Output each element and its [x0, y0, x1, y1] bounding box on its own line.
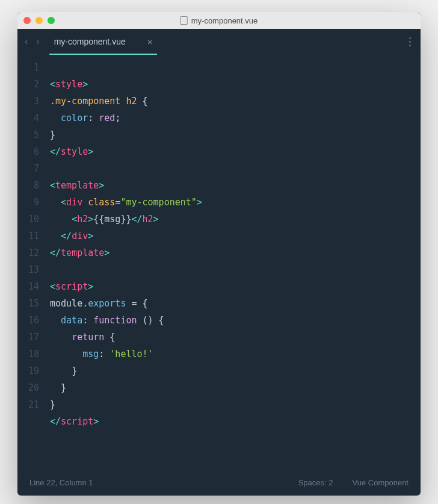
line-number: 9: [17, 194, 39, 211]
line-number: 21: [17, 396, 39, 413]
code-line: <style>: [50, 76, 421, 93]
line-number: 11: [17, 228, 39, 244]
code-line: }: [50, 126, 421, 143]
line-number: 12: [17, 244, 39, 261]
code-line: }: [50, 379, 421, 396]
code-content[interactable]: <style>.my-component h2 { color: red;}</…: [50, 59, 421, 464]
nav-arrows: ‹ ›: [25, 36, 49, 47]
line-number: 2: [17, 76, 39, 93]
line-number: 17: [17, 329, 39, 346]
code-line: [50, 160, 421, 177]
status-bar: Line 22, Column 1 Spaces: 2 Vue Componen…: [17, 473, 421, 496]
code-line: </template>: [50, 244, 421, 261]
editor-window: my-component.vue ‹ › my-component.vue × …: [17, 12, 421, 496]
code-line: }: [50, 362, 421, 379]
window-filename: my-component.vue: [191, 16, 258, 25]
line-number: 4: [17, 110, 39, 126]
code-line: data: function () {: [50, 312, 421, 329]
tab-name: my-component.vue: [54, 37, 126, 46]
tab-close-button[interactable]: ×: [147, 37, 153, 47]
line-number: 6: [17, 143, 39, 160]
code-line: module.exports = {: [50, 295, 421, 312]
line-number: 18: [17, 346, 39, 362]
minimize-window-button[interactable]: [35, 17, 43, 24]
file-icon: [180, 16, 188, 25]
more-menu-button[interactable]: [409, 37, 411, 46]
code-line: </script>: [50, 413, 421, 430]
code-line: <script>: [50, 278, 421, 295]
window-title: my-component.vue: [180, 16, 258, 25]
line-number: 10: [17, 211, 39, 228]
line-number: 20: [17, 379, 39, 396]
line-number: 7: [17, 160, 39, 177]
line-number: 1: [17, 59, 39, 76]
line-number: 5: [17, 126, 39, 143]
code-line: msg: 'hello!': [50, 346, 421, 362]
back-button[interactable]: ‹: [25, 36, 28, 47]
code-line: .my-component h2 {: [50, 93, 421, 110]
language-mode[interactable]: Vue Component: [353, 478, 409, 487]
code-line: [50, 261, 421, 278]
line-number: 14: [17, 278, 39, 295]
code-line: </div>: [50, 228, 421, 244]
line-number: 3: [17, 93, 39, 110]
line-number: 16: [17, 312, 39, 329]
line-gutter: 1 2 3 4 5 6 7 8 9 10 11 12 13 14 15 16 1…: [17, 59, 50, 464]
line-number: 8: [17, 177, 39, 194]
traffic-lights: [23, 17, 55, 24]
tab-active[interactable]: my-component.vue ×: [49, 29, 158, 54]
tab-underline: [49, 54, 158, 55]
line-number: 13: [17, 261, 39, 278]
tab-bar: ‹ › my-component.vue ×: [17, 29, 421, 54]
line-number: 15: [17, 295, 39, 312]
code-line: </style>: [50, 143, 421, 160]
code-line: <h2>{{msg}}</h2>: [50, 211, 421, 228]
indent-setting[interactable]: Spaces: 2: [298, 478, 333, 487]
code-line: color: red;: [50, 110, 421, 126]
code-line: <template>: [50, 177, 421, 194]
code-line: <div class="my-component">: [50, 194, 421, 211]
code-line: }: [50, 396, 421, 413]
line-number: 19: [17, 362, 39, 379]
window-titlebar: my-component.vue: [17, 12, 421, 29]
forward-button[interactable]: ›: [36, 36, 39, 47]
cursor-position[interactable]: Line 22, Column 1: [29, 478, 93, 487]
maximize-window-button[interactable]: [48, 17, 55, 24]
code-editor[interactable]: 1 2 3 4 5 6 7 8 9 10 11 12 13 14 15 16 1…: [17, 54, 421, 473]
code-line: return {: [50, 329, 421, 346]
close-window-button[interactable]: [23, 17, 31, 24]
